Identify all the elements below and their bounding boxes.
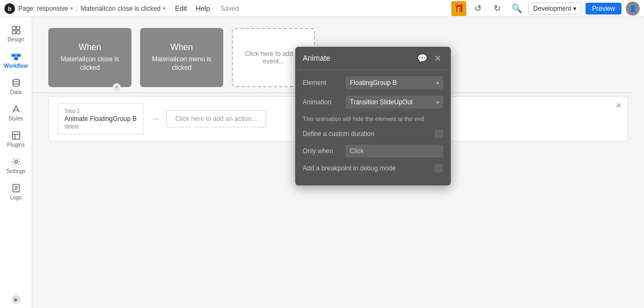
- modal-close-icon[interactable]: ✕: [431, 52, 443, 64]
- when-card-2-subtitle: MaterialIcon menu is clicked: [147, 55, 217, 72]
- svg-point-10: [13, 80, 19, 82]
- preview-button[interactable]: Preview: [586, 3, 621, 15]
- svg-rect-4: [12, 54, 15, 56]
- sidebar-label-logs: Logs: [10, 195, 22, 200]
- sidebar-label-plugins: Plugins: [7, 142, 25, 148]
- avatar[interactable]: 👤: [626, 2, 640, 16]
- undo-icon-btn[interactable]: ↺: [471, 1, 486, 16]
- sidebar-collapse-btn[interactable]: ▶: [12, 295, 20, 304]
- dev-mode-label: Development: [533, 5, 572, 12]
- modal-element-label: Element: [303, 79, 341, 87]
- topbar-separator: |: [76, 5, 78, 11]
- dev-mode-selector[interactable]: Development ▾: [529, 3, 582, 15]
- modal-custom-duration-row: Define a custom duration: [303, 130, 443, 138]
- page-label: Page: responsive: [18, 5, 68, 12]
- menu-edit[interactable]: Edit: [175, 2, 187, 15]
- svg-rect-3: [17, 31, 20, 34]
- modal-animation-label: Animation: [303, 98, 341, 106]
- workflow-name-label: MaterialIcon close is clicked: [80, 5, 160, 12]
- topbar-right: 🎁 ↺ ↻ 🔍 Development ▾ Preview 👤: [451, 1, 640, 16]
- search-icon-btn[interactable]: 🔍: [509, 1, 524, 16]
- redo-icon-btn[interactable]: ↻: [490, 1, 505, 16]
- sidebar: Design Workflow Data: [0, 17, 32, 308]
- modal-animation-chevron-icon: ▾: [436, 99, 439, 105]
- modal-body: Element FloatingGroup B ▾ Animation Tran…: [295, 70, 451, 185]
- topbar-menu: Edit Help Saved: [175, 2, 239, 15]
- divider-chevron-icon: ▼: [113, 83, 121, 91]
- modal-animation-value: Transition SlideUpOut: [350, 98, 413, 106]
- gift-icon-btn[interactable]: 🎁: [451, 1, 466, 16]
- topbar: b Page: responsive ▾ | MaterialIcon clos…: [0, 0, 644, 17]
- modal-title: Animate: [303, 54, 330, 62]
- sidebar-item-design[interactable]: Design: [2, 22, 30, 46]
- step-label: Step 1: [64, 108, 137, 114]
- add-action-card[interactable]: Click here to add an action...: [166, 110, 266, 127]
- when-card-1-subtitle: MaterialIcon close is clicked: [55, 55, 125, 72]
- modal-element-chevron-icon: ▾: [436, 80, 439, 86]
- sidebar-item-logs[interactable]: Logs: [2, 180, 30, 204]
- svg-point-15: [14, 161, 17, 163]
- modal-custom-duration-checkbox[interactable]: [435, 130, 443, 138]
- modal-header: Animate 💬 ✕: [295, 47, 451, 70]
- sidebar-label-design: Design: [8, 37, 24, 42]
- modal-animation-select[interactable]: Transition SlideUpOut ▾: [346, 96, 443, 109]
- logo: b: [4, 3, 15, 14]
- modal-onlywhen-value[interactable]: Click: [346, 145, 443, 157]
- when-card-2[interactable]: When MaterialIcon menu is clicked: [140, 28, 223, 87]
- sidebar-item-plugins[interactable]: Plugins: [2, 127, 30, 151]
- sidebar-label-data: Data: [10, 89, 21, 95]
- modal-comment-icon[interactable]: 💬: [416, 52, 428, 64]
- modal-element-row: Element FloatingGroup B ▾: [303, 76, 443, 89]
- modal-custom-duration-label: Define a custom duration: [303, 130, 374, 138]
- sidebar-item-settings[interactable]: Settings: [2, 153, 30, 177]
- modal-onlywhen-label: Only when: [303, 147, 341, 155]
- sidebar-label-settings: Settings: [6, 168, 25, 174]
- modal-breakpoint-label: Add a breakpoint in debug mode: [303, 164, 396, 172]
- modal-breakpoint-checkbox[interactable]: [435, 164, 443, 173]
- step-card-1[interactable]: Step 1 Animate FloatingGroup B delete: [57, 103, 144, 134]
- svg-rect-0: [12, 26, 16, 30]
- modal-element-value: FloatingGroup B: [350, 79, 397, 87]
- sidebar-label-styles: Styles: [9, 116, 23, 121]
- dev-chevron-icon: ▾: [573, 5, 576, 12]
- svg-rect-5: [17, 54, 20, 56]
- when-card-2-title: When: [171, 42, 193, 52]
- modal-element-select[interactable]: FloatingGroup B ▾: [346, 76, 443, 89]
- modal-breakpoint-row: Add a breakpoint in debug mode: [303, 164, 443, 173]
- sidebar-item-workflow[interactable]: Workflow: [2, 48, 30, 72]
- sidebar-label-workflow: Workflow: [4, 63, 28, 69]
- modal-onlywhen-row: Only when Click: [303, 145, 443, 157]
- saved-status: Saved: [221, 5, 239, 12]
- page-chevron-icon: ▾: [70, 5, 73, 11]
- menu-help[interactable]: Help: [195, 2, 210, 15]
- svg-rect-9: [14, 58, 18, 60]
- step-delete-link[interactable]: delete: [64, 124, 137, 130]
- page-selector[interactable]: Page: responsive ▾: [18, 5, 73, 12]
- svg-rect-1: [17, 26, 20, 30]
- main-canvas: When MaterialIcon close is clicked When …: [32, 17, 644, 308]
- sidebar-item-styles[interactable]: Styles: [2, 101, 30, 125]
- workflow-name-selector[interactable]: MaterialIcon close is clicked ▾: [80, 5, 165, 12]
- svg-rect-2: [12, 31, 16, 34]
- modal-header-icons: 💬 ✕: [416, 52, 443, 64]
- step-title: Animate FloatingGroup B: [64, 115, 137, 123]
- steps-close-button[interactable]: ✕: [614, 101, 623, 110]
- when-card-1-title: When: [79, 42, 101, 52]
- step-arrow-icon: →: [150, 113, 160, 125]
- sidebar-item-data[interactable]: Data: [2, 74, 30, 98]
- modal-info-text: This animation will hide the element at …: [303, 115, 443, 123]
- workflow-chevron-icon: ▾: [163, 5, 165, 11]
- add-action-label: Click here to add an action...: [175, 115, 257, 123]
- layout: Design Workflow Data: [0, 17, 644, 308]
- svg-rect-12: [12, 132, 20, 139]
- modal-animation-row: Animation Transition SlideUpOut ▾: [303, 96, 443, 109]
- when-card-1[interactable]: When MaterialIcon close is clicked: [48, 28, 131, 87]
- animate-modal: Animate 💬 ✕ Element FloatingGroup B ▾: [295, 47, 451, 185]
